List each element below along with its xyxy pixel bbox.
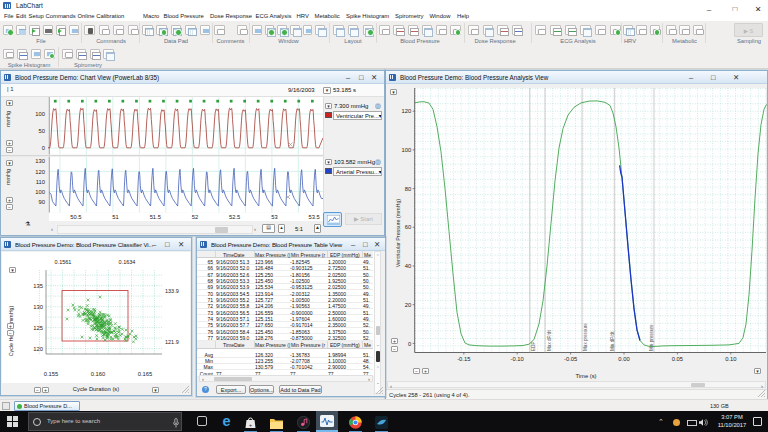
svg-text:40: 40	[405, 263, 411, 269]
svg-text:120: 120	[35, 169, 45, 175]
svg-text:100: 100	[35, 189, 45, 195]
svg-text:80: 80	[405, 186, 411, 192]
svg-text:0: 0	[408, 341, 411, 347]
svg-text:Ventricular Pressure (mmHg): Ventricular Pressure (mmHg)	[395, 199, 401, 268]
svg-text:135: 135	[33, 283, 43, 289]
svg-text:60: 60	[405, 224, 411, 230]
svg-text:Time (s): Time (s)	[575, 373, 596, 379]
svg-text:90: 90	[39, 199, 45, 205]
svg-text:Min pressure: Min pressure	[649, 324, 654, 351]
svg-text:EDP: EDP	[531, 342, 536, 351]
svg-text:50.5: 50.5	[70, 214, 81, 220]
svg-text:0.1561: 0.1561	[55, 259, 72, 265]
svg-text:-0.05: -0.05	[564, 356, 577, 362]
svg-text:0.00: 0.00	[618, 356, 629, 362]
svg-text:Max dP/dt: Max dP/dt	[547, 330, 552, 351]
svg-text:0.155: 0.155	[44, 371, 59, 377]
svg-text:50: 50	[39, 128, 45, 134]
svg-text:110: 110	[36, 179, 45, 185]
svg-text:-0.10: -0.10	[511, 356, 524, 362]
svg-text:130: 130	[33, 304, 43, 310]
svg-text:Max pressure: Max pressure	[583, 323, 588, 351]
svg-text:125: 125	[33, 325, 43, 331]
svg-text:Min dP/dt: Min dP/dt	[610, 331, 615, 351]
svg-text:100: 100	[402, 147, 412, 153]
svg-text:53: 53	[271, 214, 277, 220]
svg-text:+: +	[249, 422, 253, 428]
svg-text:51.5: 51.5	[150, 214, 161, 220]
svg-text:0.1634: 0.1634	[119, 259, 136, 265]
svg-text:20: 20	[405, 302, 411, 308]
svg-text:0.10: 0.10	[725, 356, 736, 362]
svg-text:52: 52	[192, 214, 198, 220]
svg-text:0.05: 0.05	[672, 356, 683, 362]
svg-text:100: 100	[35, 111, 45, 117]
svg-text:53.5: 53.5	[308, 214, 319, 220]
svg-text:120: 120	[33, 346, 43, 352]
svg-text:0.165: 0.165	[138, 371, 153, 377]
svg-text:51: 51	[112, 214, 118, 220]
svg-text:0.160: 0.160	[91, 371, 106, 377]
svg-text:130: 130	[35, 158, 45, 164]
svg-text:52.5: 52.5	[229, 214, 240, 220]
svg-text:-0.15: -0.15	[457, 356, 470, 362]
svg-text:133.9: 133.9	[165, 288, 179, 294]
svg-text:121.9: 121.9	[165, 339, 179, 345]
svg-text:Cycle Duration (s): Cycle Duration (s)	[73, 386, 119, 392]
svg-text:120: 120	[402, 108, 412, 114]
svg-text:0: 0	[42, 145, 45, 151]
